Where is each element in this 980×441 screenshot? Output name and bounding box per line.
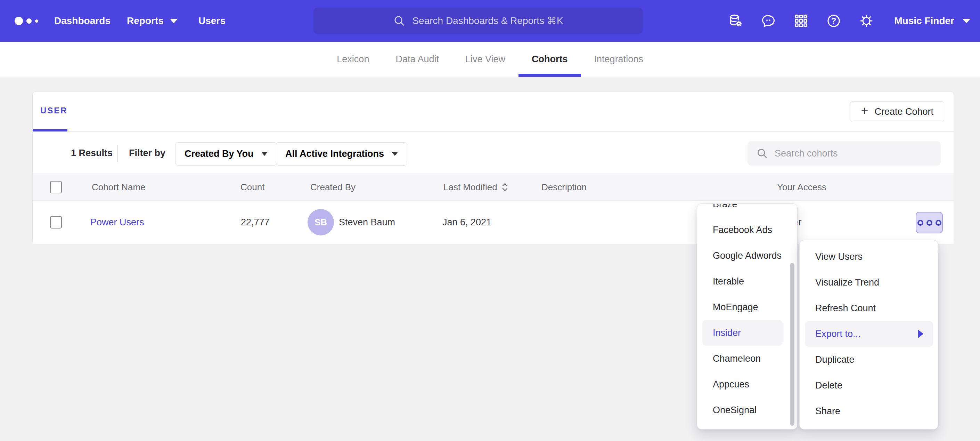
menu-item-share[interactable]: Share: [800, 398, 938, 424]
row-checkbox[interactable]: [50, 216, 62, 228]
menu-item-facebook-ads[interactable]: Facebook Ads: [697, 217, 797, 243]
submenu-arrow-icon: [918, 330, 923, 338]
select-all-checkbox[interactable]: [50, 181, 62, 193]
chevron-down-icon: [391, 152, 398, 156]
column-created-by: Created By: [310, 173, 355, 201]
subnav-tabs: Lexicon Data Audit Live View Cohorts Int…: [323, 42, 656, 77]
created-by-filter-dropdown[interactable]: Created By You: [175, 142, 277, 166]
feedback-icon[interactable]: [761, 13, 776, 29]
search-icon: [756, 147, 768, 160]
integrations-filter-dropdown[interactable]: All Active Integrations: [276, 142, 407, 166]
apps-grid-icon[interactable]: [793, 13, 809, 29]
create-cohort-label: Create Cohort: [874, 106, 934, 117]
column-last-modified-label: Last Modified: [444, 173, 497, 201]
nav-dashboards-label: Dashboards: [54, 15, 110, 26]
tab-cohorts[interactable]: Cohorts: [519, 42, 581, 77]
nav-reports[interactable]: Reports: [127, 0, 178, 42]
filter-by-label: Filter by: [129, 148, 165, 158]
column-description: Description: [541, 173, 587, 201]
row-more-actions-button[interactable]: [916, 212, 943, 233]
column-count: Count: [240, 173, 264, 201]
chevron-down-icon: [261, 152, 267, 156]
menu-item-iterable[interactable]: Iterable: [697, 268, 797, 294]
export-destinations-menu: Braze Facebook Ads Google Adwords Iterab…: [697, 203, 797, 430]
active-tab-underline: [33, 129, 67, 131]
integrations-filter-value: All Active Integrations: [285, 149, 384, 159]
more-dots-icon: [926, 220, 932, 226]
top-navbar: Dashboards Reports Users Search Dashboar…: [0, 0, 980, 42]
mixpanel-logo[interactable]: [14, 0, 38, 42]
divider: [117, 145, 118, 162]
nav-reports-label: Reports: [127, 15, 164, 26]
column-cohort-name: Cohort Name: [92, 173, 146, 201]
created-by-filter-value: Created By You: [185, 149, 254, 159]
menu-item-google-adwords[interactable]: Google Adwords: [697, 243, 797, 268]
settings-gear-icon[interactable]: [859, 13, 874, 29]
cohort-name-link[interactable]: Power Users: [91, 201, 144, 244]
menu-item-chameleon[interactable]: Chameleon: [697, 346, 797, 371]
column-your-access: Your Access: [777, 173, 826, 201]
chevron-down-icon: [963, 19, 970, 23]
scrollbar-thumb[interactable]: [790, 263, 794, 426]
logo-dot-icon: [14, 17, 23, 25]
cohort-actions-menu: View Users Visualize Trend Refresh Count…: [799, 240, 938, 430]
tab-data-audit[interactable]: Data Audit: [382, 42, 452, 77]
column-last-modified-sort[interactable]: Last Modified: [444, 173, 508, 201]
cohorts-card: USER + Create Cohort 1 Results Filter by…: [32, 91, 954, 243]
create-cohort-button[interactable]: + Create Cohort: [850, 101, 944, 122]
more-dots-icon: [918, 220, 923, 226]
menu-item-insider[interactable]: Insider: [702, 320, 783, 346]
nav-users-label: Users: [199, 15, 226, 26]
cohort-search-box: [748, 141, 941, 166]
secondary-nav: Lexicon Data Audit Live View Cohorts Int…: [0, 42, 980, 77]
table-row: Power Users 22,777 SB Steven Baum Jan 6,…: [33, 201, 954, 244]
menu-item-delete[interactable]: Delete: [800, 372, 938, 398]
nav-users[interactable]: Users: [199, 0, 226, 42]
tab-lexicon[interactable]: Lexicon: [323, 42, 382, 77]
project-name: Music Finder: [894, 15, 954, 26]
chevron-down-icon: [170, 19, 178, 23]
menu-item-visualize-trend[interactable]: Visualize Trend: [800, 270, 938, 295]
help-icon[interactable]: ?: [826, 13, 842, 29]
logo-dot-icon: [26, 18, 32, 24]
project-switcher[interactable]: Music Finder: [894, 15, 970, 26]
tab-user-cohorts[interactable]: USER: [40, 106, 68, 115]
created-by-name: Steven Baum: [339, 201, 395, 244]
divider: [33, 131, 954, 132]
tab-live-view[interactable]: Live View: [452, 42, 519, 77]
logo-dot-icon: [35, 19, 38, 22]
tab-integrations[interactable]: Integrations: [581, 42, 657, 77]
menu-item-appcues[interactable]: Appcues: [697, 371, 797, 397]
avatar: SB: [307, 209, 334, 235]
cohort-search-input[interactable]: [775, 148, 932, 159]
last-modified-date: Jan 6, 2021: [442, 201, 492, 244]
svg-text:?: ?: [831, 16, 837, 26]
table-header-row: Cohort Name Count Created By Last Modifi…: [33, 173, 954, 201]
navbar-right-group: ? Music Finder: [728, 0, 970, 42]
global-search-input[interactable]: Search Dashboards & Reports ⌘K: [313, 8, 643, 34]
menu-item-braze[interactable]: Braze: [697, 203, 797, 217]
menu-item-duplicate[interactable]: Duplicate: [800, 347, 938, 372]
plus-icon: +: [861, 105, 868, 117]
more-dots-icon: [935, 220, 942, 226]
sort-arrows-icon: [501, 182, 508, 192]
menu-item-onesignal[interactable]: OneSignal: [697, 397, 797, 423]
cohort-count: 22,777: [241, 201, 270, 244]
export-to-label: Export to...: [815, 329, 861, 339]
menu-item-moengage[interactable]: MoEngage: [697, 294, 797, 320]
search-icon: [393, 14, 406, 27]
nav-dashboards[interactable]: Dashboards: [54, 0, 110, 42]
global-search-placeholder: Search Dashboards & Reports ⌘K: [412, 15, 563, 26]
data-management-icon[interactable]: [728, 13, 743, 29]
menu-item-export-to[interactable]: Export to...: [805, 321, 933, 347]
results-count: 1 Results: [71, 148, 113, 158]
menu-item-refresh-count[interactable]: Refresh Count: [800, 295, 938, 321]
menu-item-view-users[interactable]: View Users: [800, 244, 938, 270]
